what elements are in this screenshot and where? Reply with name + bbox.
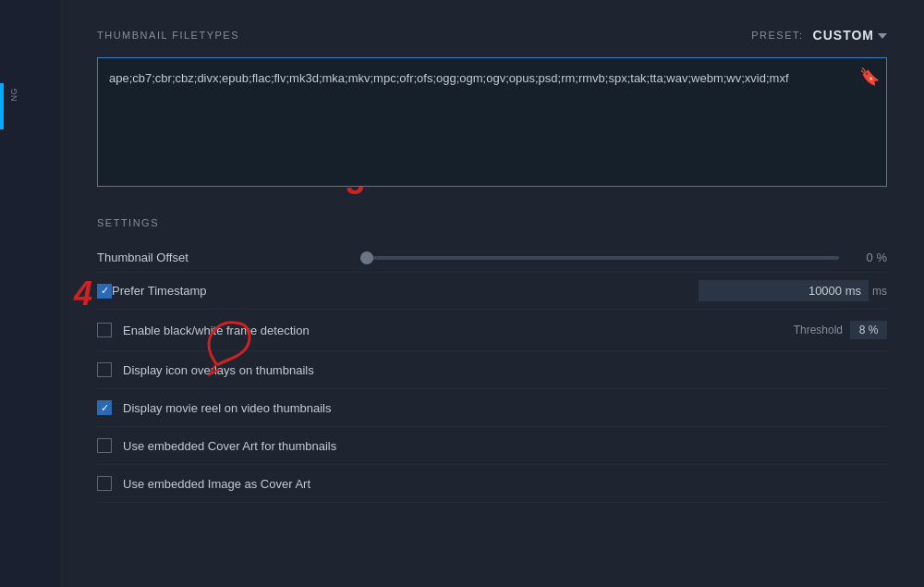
arrow-4-annotation: 4: [73, 275, 92, 312]
settings-section-label: SETTINGS: [97, 217, 887, 228]
thumbnail-offset-thumb[interactable]: [360, 251, 373, 264]
thumbnail-offset-label: Thumbnail Offset: [97, 251, 360, 264]
thumbnail-offset-value: 0 %: [850, 251, 887, 264]
preset-row: PRESET: CUSTOM: [751, 28, 887, 43]
icon-overlays-row: Display icon overlays on thumbnails: [97, 351, 887, 389]
prefer-timestamp-checkbox[interactable]: ✓: [97, 284, 112, 299]
filetypes-input[interactable]: [97, 57, 887, 187]
filetypes-section-label: THUMBNAIL FILETYPES: [97, 30, 239, 41]
bookmark-icon[interactable]: 🔖: [859, 67, 880, 87]
movie-reel-checkbox[interactable]: ✓: [97, 400, 112, 415]
embedded-image-checkbox[interactable]: [97, 476, 112, 491]
svg-text:4: 4: [73, 275, 92, 312]
embedded-image-row: Use embedded Image as Cover Art: [97, 465, 887, 503]
cover-art-label: Use embedded Cover Art for thumbnails: [123, 439, 887, 453]
preset-value: CUSTOM: [813, 28, 874, 43]
cover-art-checkbox[interactable]: [97, 438, 112, 453]
thumbnail-offset-slider-wrapper: 0 %: [360, 251, 887, 264]
threshold-label: Threshold: [794, 324, 843, 336]
icon-overlays-checkbox[interactable]: [97, 362, 112, 377]
prefer-timestamp-input[interactable]: [699, 280, 869, 301]
icon-overlays-label: Display icon overlays on thumbnails: [123, 363, 887, 377]
threshold-value: 8 %: [850, 321, 887, 339]
black-white-detection-row: Enable black/white frame detection Thres…: [97, 310, 887, 351]
threshold-group: Threshold 8 %: [794, 321, 887, 339]
preset-label: PRESET:: [751, 30, 803, 41]
preset-dropdown[interactable]: CUSTOM: [813, 28, 887, 43]
main-content: 3 4 THUMBNAIL FILETYPES PRESET: CUSTOM: [60, 0, 924, 587]
embedded-image-label: Use embedded Image as Cover Art: [123, 477, 887, 491]
header-row: THUMBNAIL FILETYPES PRESET: CUSTOM: [97, 28, 887, 43]
black-white-detection-label: Enable black/white frame detection: [123, 324, 783, 337]
thumbnail-offset-track[interactable]: [360, 256, 839, 260]
thumbnail-offset-row: Thumbnail Offset 0 %: [97, 243, 887, 273]
movie-reel-checkmark: ✓: [101, 403, 109, 413]
filetypes-textarea-wrapper: 🔖: [97, 57, 887, 190]
checkmark-icon: ✓: [101, 286, 109, 296]
sidebar: NG: [0, 0, 60, 587]
prefer-timestamp-row: ✓ Prefer Timestamp ms: [97, 273, 887, 310]
cover-art-row: Use embedded Cover Art for thumbnails: [97, 427, 887, 465]
sidebar-active-indicator: [0, 83, 4, 129]
timestamp-unit: ms: [872, 285, 887, 298]
settings-section: SETTINGS Thumbnail Offset 0 % ✓ Prefer T…: [97, 217, 887, 503]
sidebar-item-label: NG: [9, 88, 18, 102]
prefer-timestamp-label: Prefer Timestamp: [112, 284, 699, 298]
black-white-detection-checkbox[interactable]: [97, 323, 112, 337]
movie-reel-label: Display movie reel on video thumbnails: [123, 401, 887, 415]
movie-reel-row: ✓ Display movie reel on video thumbnails: [97, 389, 887, 427]
dropdown-arrow-icon: [878, 33, 887, 39]
